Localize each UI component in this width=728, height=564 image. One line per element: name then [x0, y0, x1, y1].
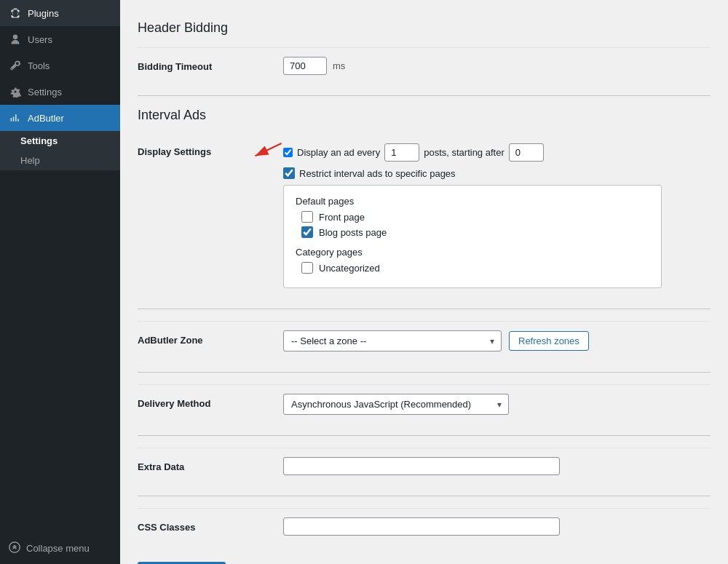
sidebar-item-plugins[interactable]: Plugins — [0, 0, 120, 26]
sidebar-item-users-label: Users — [28, 34, 52, 45]
extra-data-content — [283, 457, 711, 475]
users-icon — [9, 33, 22, 46]
ad-every-row: Display an ad every posts, starting afte… — [283, 143, 711, 162]
collapse-icon — [9, 541, 20, 555]
ad-every-input[interactable] — [384, 143, 419, 162]
delivery-method-select[interactable]: Asynchronous JavaScript (Recommended) Sy… — [283, 394, 509, 415]
extra-data-input[interactable] — [283, 457, 560, 475]
restrict-checkbox[interactable] — [283, 167, 295, 179]
starting-after-input[interactable] — [509, 143, 544, 162]
delivery-method-label: Delivery Method — [138, 394, 283, 409]
display-settings-label: Display Settings — [138, 143, 283, 157]
sidebar-submenu: Settings Help — [0, 131, 120, 170]
zone-label: AdButler Zone — [138, 330, 283, 346]
zone-content: -- Select a zone -- Refresh zones — [283, 330, 711, 351]
delivery-method-content: Asynchronous JavaScript (Recommended) Sy… — [283, 394, 711, 415]
pages-box: Default pages Front page Blog posts page… — [283, 185, 662, 288]
plugin-icon — [9, 7, 22, 20]
posts-text: posts, starting after — [424, 147, 505, 158]
sidebar-subitem-settings[interactable]: Settings — [0, 131, 120, 151]
save-section: Save Changes — [138, 556, 711, 564]
uncategorized-checkbox[interactable] — [301, 262, 313, 274]
front-page-option: Front page — [296, 211, 649, 223]
display-settings-row: Display Settings Display an ad every pos… — [138, 135, 711, 297]
zone-select[interactable]: -- Select a zone -- — [283, 330, 502, 351]
sidebar-item-adbutler-label: AdButler — [28, 113, 64, 124]
sidebar-item-users[interactable]: Users — [0, 26, 120, 52]
sidebar-item-plugins-label: Plugins — [28, 8, 59, 19]
section-divider-5 — [138, 496, 711, 496]
default-pages-section: Default pages Front page Blog posts page — [296, 196, 649, 238]
section-divider-4 — [138, 435, 711, 436]
category-pages-section: Category pages Uncategorized — [296, 247, 649, 274]
blog-posts-checkbox[interactable] — [301, 226, 313, 238]
delivery-select-wrapper: Asynchronous JavaScript (Recommended) Sy… — [283, 394, 509, 415]
sidebar-item-tools-label: Tools — [28, 60, 50, 71]
extra-data-label: Extra Data — [138, 457, 283, 472]
refresh-zones-button[interactable]: Refresh zones — [509, 331, 589, 351]
section-divider-2 — [138, 309, 711, 309]
section-divider-1 — [138, 95, 711, 96]
zone-select-wrapper: -- Select a zone -- — [283, 330, 502, 351]
main-content: Header Bidding Bidding Timeout ms Interv… — [120, 0, 728, 564]
css-classes-label: CSS Classes — [138, 517, 283, 533]
front-page-checkbox[interactable] — [301, 211, 313, 223]
zone-row: AdButler Zone -- Select a zone -- Refres… — [138, 321, 711, 360]
blog-posts-option: Blog posts page — [296, 226, 649, 238]
sidebar-item-settings[interactable]: Settings — [0, 79, 120, 105]
front-page-label: Front page — [319, 212, 365, 223]
section-divider-3 — [138, 372, 711, 373]
tools-icon — [9, 59, 22, 72]
blog-posts-label: Blog posts page — [319, 227, 387, 238]
css-classes-content — [283, 517, 711, 536]
bidding-timeout-row: Bidding Timeout ms — [138, 47, 711, 84]
ad-every-text: Display an ad every — [297, 147, 380, 158]
uncategorized-option: Uncategorized — [296, 262, 649, 274]
sidebar-subitem-settings-label: Settings — [20, 135, 58, 146]
chart-icon — [9, 111, 22, 124]
collapse-menu[interactable]: Collapse menu — [0, 535, 120, 564]
sidebar-item-adbutler[interactable]: AdButler — [0, 105, 120, 131]
sidebar: Plugins Users Tools Settings AdButler Se… — [0, 0, 120, 564]
restrict-label: Restrict interval ads to specific pages — [299, 168, 456, 179]
css-classes-row: CSS Classes — [138, 508, 711, 544]
bidding-timeout-input[interactable] — [283, 57, 327, 75]
css-classes-input[interactable] — [283, 517, 560, 536]
delivery-method-row: Delivery Method Asynchronous JavaScript … — [138, 384, 711, 424]
sidebar-item-tools[interactable]: Tools — [0, 52, 120, 79]
category-pages-label: Category pages — [296, 247, 649, 258]
interval-ads-title: Interval Ads — [138, 108, 711, 123]
zone-input-row: -- Select a zone -- Refresh zones — [283, 330, 711, 351]
bidding-timeout-label: Bidding Timeout — [138, 57, 283, 72]
sidebar-subitem-help-label: Help — [20, 155, 40, 166]
collapse-menu-label: Collapse menu — [26, 543, 90, 554]
extra-data-row: Extra Data — [138, 448, 711, 484]
ms-unit-label: ms — [333, 60, 345, 71]
display-settings-content: Display an ad every posts, starting afte… — [283, 143, 711, 288]
display-ad-checkbox[interactable] — [283, 148, 293, 157]
uncategorized-label: Uncategorized — [319, 263, 380, 274]
bidding-timeout-content: ms — [283, 57, 711, 75]
restrict-row: Restrict interval ads to specific pages — [283, 167, 711, 179]
sidebar-subitem-help[interactable]: Help — [0, 151, 120, 170]
default-pages-label: Default pages — [296, 196, 649, 207]
header-bidding-title: Header Bidding — [138, 20, 711, 36]
sidebar-item-settings-label: Settings — [28, 87, 62, 98]
settings-icon — [9, 85, 22, 98]
